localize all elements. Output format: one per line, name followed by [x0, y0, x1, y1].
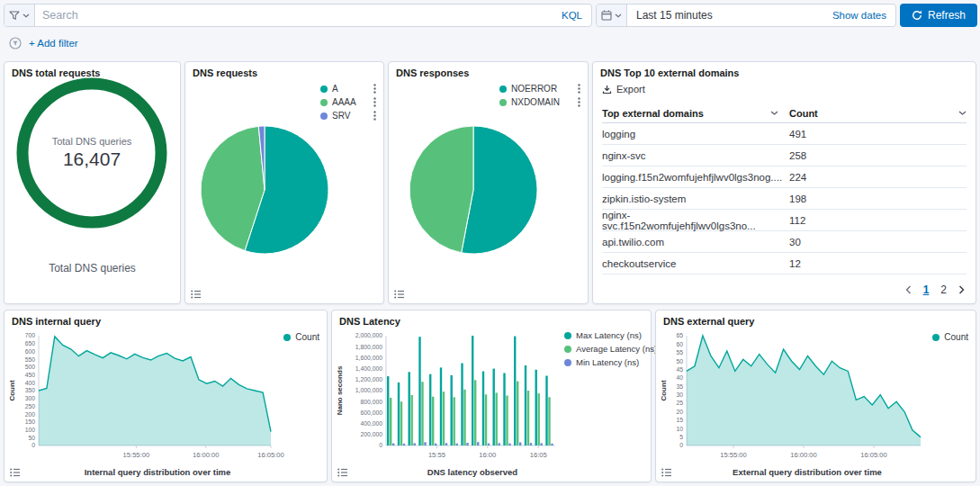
svg-text:40: 40	[676, 374, 683, 381]
legend-label: Count	[944, 332, 968, 342]
chevron-left-icon[interactable]	[905, 285, 912, 294]
legend-label: Max Latency (ns)	[576, 330, 642, 340]
chevron-right-icon[interactable]	[958, 285, 965, 294]
kql-button[interactable]: KQL	[553, 4, 591, 26]
page-button-2[interactable]: 2	[940, 284, 947, 296]
kebab-menu-icon[interactable]	[572, 97, 580, 107]
svg-text:400: 400	[25, 380, 36, 386]
column-header-count[interactable]: Count	[789, 108, 967, 119]
svg-text:16:00:00: 16:00:00	[790, 451, 817, 459]
legend-item[interactable]: Min Latency (ns)	[564, 356, 657, 369]
add-filter-link[interactable]: + Add filter	[29, 38, 78, 49]
svg-text:Nano seconds: Nano seconds	[336, 365, 344, 415]
legend-item[interactable]: Max Latency (ns)	[564, 328, 657, 342]
legend-item[interactable]: NXDOMAIN	[499, 95, 580, 109]
page-button-1[interactable]: 1	[923, 284, 930, 296]
domain-cell: checkoutservice	[602, 258, 676, 269]
gauge-chart[interactable]	[15, 76, 168, 230]
panel-title: DNS Latency	[339, 316, 400, 327]
count-cell: 198	[789, 194, 806, 204]
bar-chart[interactable]: 0200,000400,000600,000800,0001,000,0001,…	[336, 330, 562, 460]
legend-label: Min Latency (ns)	[576, 357, 639, 367]
query-bar: KQL	[4, 4, 592, 27]
svg-text:650: 650	[25, 340, 36, 346]
dashboard-screen: KQL Last 15 minutes Show dates Refresh +…	[0, 0, 980, 486]
area-chart[interactable]: 0510152025303540455055606515:55:0016:00:…	[660, 330, 928, 460]
saved-query-menu-button[interactable]	[4, 4, 35, 26]
legend-item[interactable]: Average Latency (ns)	[564, 342, 657, 356]
panel-dns-latency: DNS Latency Max Latency (ns) Average Lat…	[331, 310, 652, 482]
svg-text:55: 55	[676, 349, 683, 356]
kebab-menu-icon[interactable]	[368, 111, 376, 121]
count-cell: 30	[789, 237, 801, 248]
panel-top-external-domains: DNS Top 10 external domains Export Top e…	[592, 61, 976, 304]
domain-cell: nginx-svc.f15n2womfujehfjlwv0lgs3no...	[602, 210, 778, 231]
count-cell: 258	[789, 150, 806, 161]
export-button[interactable]: Export	[602, 84, 645, 94]
date-quick-select-button[interactable]	[597, 4, 627, 26]
legend-item[interactable]: Count	[932, 330, 968, 344]
legend-list-icon[interactable]	[394, 290, 405, 299]
svg-text:700: 700	[25, 332, 36, 338]
svg-text:100: 100	[25, 427, 36, 433]
svg-text:5: 5	[679, 434, 683, 440]
saved-query-filter-icon	[9, 11, 20, 21]
svg-text:50: 50	[28, 435, 35, 441]
svg-text:400,000: 400,000	[360, 420, 382, 427]
domain-cell: zipkin.istio-system	[602, 194, 686, 204]
panel-dns-total-requests: DNS total requests Total DNS queries 16,…	[4, 61, 181, 304]
svg-text:Count: Count	[8, 380, 16, 400]
svg-text:16:05: 16:05	[530, 451, 547, 459]
kebab-menu-icon[interactable]	[368, 84, 376, 94]
time-range-label[interactable]: Last 15 minutes	[636, 9, 713, 22]
pie-chart[interactable]	[401, 118, 545, 262]
kebab-menu-icon[interactable]	[572, 84, 580, 94]
pagination: 1 2	[905, 284, 965, 296]
filter-icon[interactable]	[9, 37, 22, 50]
legend-dot	[564, 359, 571, 366]
legend-item[interactable]: A	[320, 82, 376, 95]
kebab-menu-icon[interactable]	[368, 97, 376, 107]
legend-list-icon[interactable]	[10, 468, 21, 477]
svg-text:600: 600	[25, 348, 36, 355]
svg-text:0: 0	[679, 442, 683, 448]
search-input[interactable]	[35, 4, 553, 26]
svg-text:15: 15	[676, 417, 683, 423]
count-cell: 224	[789, 172, 806, 183]
legend-dot	[320, 99, 328, 106]
legend-item[interactable]: Count	[283, 330, 319, 344]
column-header-domains[interactable]: Top external domains	[602, 108, 789, 119]
count-cell: 491	[789, 129, 806, 140]
legend-item[interactable]: AAAA	[320, 95, 376, 109]
show-dates-link[interactable]: Show dates	[832, 10, 886, 21]
svg-text:500: 500	[25, 364, 36, 370]
legend-item[interactable]: NOERROR	[499, 82, 580, 95]
svg-text:16:05:00: 16:05:00	[860, 451, 887, 459]
legend-dot	[564, 346, 571, 353]
table-row: checkoutservice 12	[602, 253, 967, 274]
legend-list-icon[interactable]	[191, 290, 202, 299]
svg-text:50: 50	[676, 358, 683, 364]
export-icon	[602, 85, 612, 94]
legend-list-icon[interactable]	[337, 468, 348, 477]
pie-chart[interactable]	[193, 118, 337, 262]
count-cell: 12	[789, 258, 801, 269]
sort-chevron-icon	[958, 111, 967, 115]
column-header-label: Top external domains	[602, 108, 704, 119]
svg-text:1,200,000: 1,200,000	[355, 376, 382, 382]
chart-caption: External query distribution over time	[681, 467, 933, 477]
svg-text:60: 60	[676, 341, 683, 347]
legend-label: A	[332, 84, 338, 94]
calendar-icon	[601, 10, 612, 21]
legend-label: Average Latency (ns)	[576, 344, 657, 354]
chevron-down-icon	[22, 14, 30, 18]
area-chart[interactable]: 0501001502002503003504004505005506006507…	[8, 330, 278, 460]
legend-list-icon[interactable]	[661, 468, 672, 477]
svg-text:15:55:00: 15:55:00	[123, 451, 150, 459]
svg-text:Count: Count	[660, 380, 668, 400]
svg-text:65: 65	[676, 332, 683, 338]
refresh-button[interactable]: Refresh	[900, 4, 977, 27]
svg-text:200,000: 200,000	[360, 431, 382, 437]
filter-bar: + Add filter	[9, 33, 78, 53]
table-row: nginx-svc 258	[602, 145, 967, 166]
